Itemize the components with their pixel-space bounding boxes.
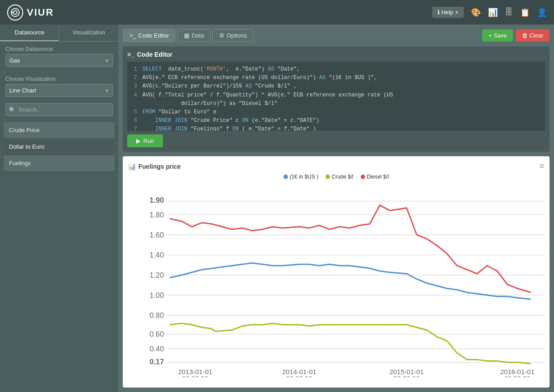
header-right: ℹ Help × 🎨 📊 🗄 📋 👤 [432, 7, 547, 18]
chart-icon[interactable]: 📊 [488, 8, 498, 17]
chart-menu-icon[interactable]: ≡ [539, 162, 544, 171]
code-line-4b: dollar/Euro)") as "Diesel $/l" [131, 100, 542, 108]
code-line-3: 3 AVG(c."Dollars per Barrel")/159 AS "Cr… [131, 82, 542, 91]
search-input[interactable] [5, 103, 113, 116]
code-editor-header-icon: >_ [127, 51, 134, 58]
svg-text:1.80: 1.80 [150, 211, 164, 219]
visualization-section: Choose Visualization: Line Chart Bar Cha… [0, 71, 118, 101]
list-item[interactable]: Crude Price [4, 122, 115, 138]
svg-text:1.20: 1.20 [150, 271, 164, 279]
save-icon: + [488, 32, 492, 39]
code-editor-header: >_ Code Editor [127, 51, 545, 58]
svg-text:0.40: 0.40 [150, 345, 164, 353]
tab-data[interactable]: ▦ Data [177, 29, 210, 42]
legend-label-green: Crude $/l [332, 174, 354, 180]
code-editor-panel: >_ Code Editor 1 SELECT date_trunc('MONT… [123, 46, 550, 152]
toolbar: >_ Code Editor ▦ Data ⚙ Options + Save [123, 29, 550, 42]
code-line-2: 2 AVG(e." ECB reference exchange rate (U… [131, 74, 542, 82]
chart-svg: 1.90 1.80 1.60 1.40 1.20 1.00 0.80 0.60 … [128, 183, 544, 377]
code-line-7: 7 INNER JOIN "Fuelings" f ON ( e."Date" … [131, 125, 542, 131]
datasource-list: Crude Price Dollar to Euro Fuelings [0, 121, 118, 173]
chart-area: 1.90 1.80 1.60 1.40 1.20 1.00 0.80 0.60 … [128, 183, 544, 377]
help-icon: ℹ [437, 9, 440, 16]
svg-text:0.17: 0.17 [150, 358, 164, 366]
run-area: ▶ Run [127, 134, 545, 147]
clear-button[interactable]: 🗑 Clear [516, 29, 550, 42]
code-line-5: 5 FROM "Dollar to Euro" e [131, 108, 542, 117]
chart-panel: 📊 Fuelings price ≡ (1€ in $US ) Crude $/… [123, 156, 550, 388]
diesel-line [170, 205, 531, 292]
svg-text:1.90: 1.90 [150, 196, 164, 204]
svg-text:1.60: 1.60 [150, 231, 164, 239]
app-header: VIUR ℹ Help × 🎨 📊 🗄 📋 👤 [0, 0, 554, 25]
datasource-select[interactable]: Gas Oil Electric [5, 54, 113, 67]
code-line-4: 4 AVG( f."Total price" / f."Quantity") *… [131, 91, 542, 100]
viz-select-wrapper: Line Chart Bar Chart Pie Chart ▼ [5, 84, 113, 97]
datasource-section: Choose Datasource: Gas Oil Electric ▼ [0, 42, 118, 71]
logo-icon [7, 4, 23, 21]
tab-code-editor[interactable]: >_ Code Editor [123, 29, 175, 42]
legend-dot-green [325, 175, 330, 179]
search-wrapper: 🔍 [5, 103, 113, 116]
svg-point-1 [13, 11, 17, 14]
svg-text:00:00:00: 00:00:00 [286, 375, 312, 377]
user-icon[interactable]: 👤 [537, 8, 547, 17]
main-layout: Datasource Visualization Choose Datasour… [0, 25, 554, 392]
chart-title: 📊 Fuelings price [128, 163, 181, 170]
svg-text:1.00: 1.00 [150, 291, 164, 300]
data-tab-icon: ▦ [184, 32, 189, 39]
code-line-1: 1 SELECT date_trunc('MONTH', e."Date") A… [131, 65, 542, 74]
svg-text:00:00:00: 00:00:00 [504, 375, 530, 377]
database-icon[interactable]: 🗄 [505, 8, 513, 17]
document-icon[interactable]: 📋 [520, 8, 530, 17]
save-button[interactable]: + Save [482, 29, 513, 42]
code-editor-area[interactable]: 1 SELECT date_trunc('MONTH', e."Date") A… [127, 62, 545, 131]
tab-visualization[interactable]: Visualization [59, 25, 118, 41]
chart-header: 📊 Fuelings price ≡ [128, 162, 544, 171]
list-item[interactable]: Fuelings [4, 155, 115, 171]
options-tab-icon: ⚙ [219, 32, 225, 39]
svg-text:0.60: 0.60 [150, 330, 164, 338]
run-button[interactable]: ▶ Run [127, 134, 163, 147]
crude-line [170, 323, 531, 363]
euro-dollar-line [170, 263, 531, 299]
toolbar-actions: + Save 🗑 Clear [482, 29, 550, 42]
legend-label-red: Diesel $/l [367, 174, 389, 180]
legend-dot-blue [283, 175, 288, 179]
toolbar-tabs: >_ Code Editor ▦ Data ⚙ Options [123, 29, 254, 42]
close-icon: × [455, 9, 458, 16]
legend-label-blue: (1€ in $US ) [290, 174, 318, 180]
legend-item-blue: (1€ in $US ) [283, 174, 318, 180]
datasource-select-wrapper: Gas Oil Electric ▼ [5, 54, 113, 67]
run-icon: ▶ [136, 138, 141, 144]
panel-tabs: Datasource Visualization [0, 25, 118, 42]
viz-select[interactable]: Line Chart Bar Chart Pie Chart [5, 84, 113, 97]
help-button[interactable]: ℹ Help × [432, 7, 464, 18]
svg-text:00:00:00: 00:00:00 [394, 375, 420, 377]
choose-viz-label: Choose Visualization: [0, 71, 118, 84]
svg-text:0.80: 0.80 [150, 311, 164, 320]
chart-title-icon: 📊 [128, 163, 136, 170]
left-panel: Datasource Visualization Choose Datasour… [0, 25, 118, 392]
list-item[interactable]: Dollar to Euro [4, 139, 115, 154]
legend-item-red: Diesel $/l [361, 174, 389, 180]
chart-legend: (1€ in $US ) Crude $/l Diesel $/l [128, 174, 544, 180]
choose-datasource-label: Choose Datasource: [0, 42, 118, 54]
search-icon: 🔍 [9, 106, 16, 113]
logo-text: VIUR [27, 7, 54, 18]
tab-datasource[interactable]: Datasource [0, 25, 59, 41]
legend-item-green: Crude $/l [325, 174, 354, 180]
right-panel: >_ Code Editor ▦ Data ⚙ Options + Save [118, 25, 554, 392]
logo: VIUR [7, 4, 54, 21]
svg-text:1.40: 1.40 [150, 251, 164, 259]
clear-icon: 🗑 [522, 32, 528, 39]
tab-options[interactable]: ⚙ Options [212, 29, 254, 42]
theme-icon[interactable]: 🎨 [471, 8, 481, 17]
code-line-6: 6 INNER JOIN "Crude Price" c ON (e."Date… [131, 117, 542, 125]
legend-dot-red [361, 175, 365, 179]
svg-text:00:00:00: 00:00:00 [182, 375, 208, 377]
code-editor-tab-icon: >_ [129, 32, 136, 39]
